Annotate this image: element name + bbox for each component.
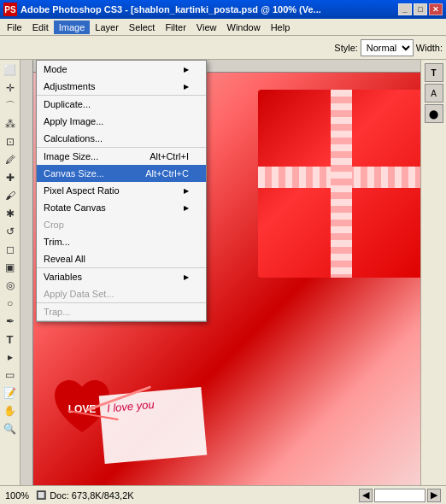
menu-item-pixel-aspect-ratio[interactable]: Pixel Aspect Ratio ▶ — [37, 182, 206, 199]
title-bar-text: Adobe Photoshop CS3 - [shablon_kartinki_… — [21, 4, 321, 15]
menu-layer[interactable]: Layer — [90, 21, 124, 34]
ruler-vertical — [21, 60, 33, 485]
tool-pen[interactable]: ✒ — [2, 313, 19, 330]
menu-item-duplicate[interactable]: Duplicate... — [37, 96, 206, 113]
scrollbar-h[interactable] — [374, 489, 425, 502]
menu-item-calculations[interactable]: Calculations... — [37, 130, 206, 147]
tool-zoom[interactable]: 🔍 — [2, 420, 19, 437]
menu-select[interactable]: Select — [124, 21, 161, 34]
tool-hand[interactable]: ✋ — [2, 402, 19, 419]
tool-gradient[interactable]: ▣ — [2, 259, 19, 276]
tool-healing[interactable]: ✚ — [2, 169, 19, 186]
menu-filter[interactable]: Filter — [160, 21, 191, 34]
gift-ribbon-v — [331, 90, 352, 278]
tool-brush[interactable]: 🖌 — [2, 187, 19, 204]
menu-item-reveal-all[interactable]: Reveal All — [37, 250, 206, 267]
menu-item-trap: Trap... — [37, 303, 206, 320]
adjustments-arrow: ▶ — [184, 83, 189, 91]
minimize-button[interactable]: _ — [398, 3, 412, 15]
menu-item-adjustments[interactable]: Adjustments ▶ — [37, 78, 206, 95]
menu-item-crop: Crop — [37, 216, 206, 233]
zoom-level: 100% — [5, 490, 29, 501]
menu-section-4: Variables ▶ Apply Data Set... — [37, 268, 206, 303]
tool-eyedropper[interactable]: 🖉 — [2, 151, 19, 168]
left-toolbar: ⬜ ✛ ⌒ ⁂ ⊡ 🖉 ✚ 🖌 ✱ ↺ ◻ ▣ ◎ ○ ✒ T ▸ ▭ 📝 ✋ … — [0, 60, 21, 485]
menu-file[interactable]: File — [2, 21, 27, 34]
tool-move[interactable]: ✛ — [2, 79, 19, 97]
menu-section-1: Mode ▶ Adjustments ▶ — [37, 61, 206, 96]
tool-eraser[interactable]: ◻ — [2, 241, 19, 258]
right-panel: T A ⬤ — [420, 60, 446, 485]
menu-help[interactable]: Help — [266, 21, 296, 34]
status-icon: 🔲 — [36, 490, 46, 500]
menu-item-mode[interactable]: Mode ▶ — [37, 61, 206, 78]
main-area: ⬜ ✛ ⌒ ⁂ ⊡ 🖉 ✚ 🖌 ✱ ↺ ◻ ▣ ◎ ○ ✒ T ▸ ▭ 📝 ✋ … — [0, 60, 446, 485]
menu-item-canvas-size[interactable]: Canvas Size... Alt+Ctrl+C — [37, 165, 206, 182]
image-dropdown-menu: Mode ▶ Adjustments ▶ Duplicate... Apply … — [36, 60, 207, 322]
variables-arrow: ▶ — [184, 273, 189, 281]
style-label: Style: — [334, 43, 358, 53]
tool-marquee[interactable]: ⬜ — [2, 62, 19, 79]
tool-history-brush[interactable]: ↺ — [2, 223, 19, 240]
title-bar-buttons: _ □ ✕ — [398, 3, 443, 15]
menu-image[interactable]: Image — [54, 21, 91, 34]
status-bar: 100% 🔲 Doc: 673,8K/843,2K ◀ ▶ — [0, 485, 446, 504]
menu-section-5: Trap... — [37, 303, 206, 321]
menu-bar: File Edit Image Layer Select Filter View… — [0, 19, 446, 36]
close-button[interactable]: ✕ — [429, 3, 443, 15]
menu-window[interactable]: Window — [222, 21, 266, 34]
maximize-button[interactable]: □ — [414, 3, 427, 15]
menu-item-rotate-canvas[interactable]: Rotate Canvas ▶ — [37, 199, 206, 216]
menu-item-apply-image[interactable]: Apply Image... — [37, 113, 206, 130]
menu-item-trim[interactable]: Trim... — [37, 233, 206, 250]
doc-info: Doc: 673,8K/843,2K — [50, 490, 133, 501]
title-bar-left: PS Adobe Photoshop CS3 - [shablon_kartin… — [3, 3, 321, 16]
tool-shape[interactable]: ▭ — [2, 366, 19, 384]
menu-item-image-size[interactable]: Image Size... Alt+Ctrl+I — [37, 148, 206, 165]
menu-edit[interactable]: Edit — [27, 21, 54, 34]
mode-arrow: ▶ — [184, 66, 189, 73]
scroll-left-btn[interactable]: ◀ — [359, 489, 373, 502]
style-select[interactable]: Normal — [361, 39, 414, 56]
options-bar: Style: Normal Width: — [0, 36, 446, 60]
tool-magic-wand[interactable]: ⁂ — [2, 115, 19, 132]
width-label: Width: — [416, 43, 443, 53]
tool-crop[interactable]: ⊡ — [2, 133, 19, 150]
app-icon: PS — [3, 3, 17, 16]
canvas-size-shortcut: Alt+Ctrl+C — [145, 168, 189, 179]
menu-item-variables[interactable]: Variables ▶ — [37, 268, 206, 285]
panel-layers-btn[interactable]: A — [425, 84, 443, 103]
menu-section-2: Duplicate... Apply Image... Calculations… — [37, 96, 206, 148]
tool-text[interactable]: T — [2, 331, 19, 348]
menu-section-3: Image Size... Alt+Ctrl+I Canvas Size... … — [37, 148, 206, 268]
canvas-area: LOVE I love you Mode ▶ — [21, 60, 420, 485]
panel-channels-btn[interactable]: ⬤ — [425, 104, 443, 123]
menu-item-apply-data-set: Apply Data Set... — [37, 285, 206, 302]
menu-view[interactable]: View — [191, 21, 222, 34]
pixel-aspect-arrow: ▶ — [184, 187, 189, 195]
tool-notes[interactable]: 📝 — [2, 384, 19, 401]
scroll-right-btn[interactable]: ▶ — [427, 489, 441, 502]
tool-clone[interactable]: ✱ — [2, 205, 19, 222]
tool-blur[interactable]: ◎ — [2, 277, 19, 294]
image-size-shortcut: Alt+Ctrl+I — [150, 151, 189, 161]
tool-path-selection[interactable]: ▸ — [2, 349, 19, 366]
panel-text-btn[interactable]: T — [425, 63, 443, 82]
tool-lasso[interactable]: ⌒ — [2, 97, 19, 114]
title-bar: PS Adobe Photoshop CS3 - [shablon_kartin… — [0, 0, 446, 19]
rotate-canvas-arrow: ▶ — [184, 204, 189, 212]
tool-dodge[interactable]: ○ — [2, 295, 19, 312]
